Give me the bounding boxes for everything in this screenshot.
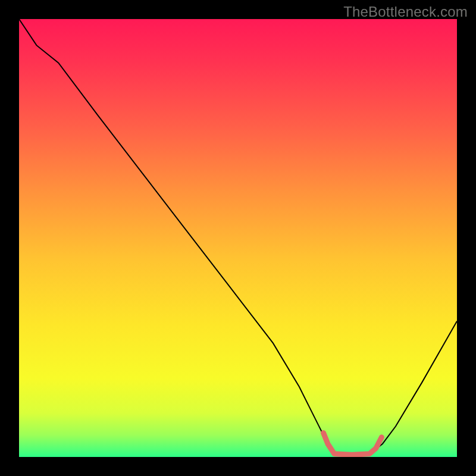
gradient-background xyxy=(19,19,457,457)
chart-plot xyxy=(19,19,457,457)
chart-frame xyxy=(19,19,457,457)
watermark-text: TheBottleneck.com xyxy=(343,4,468,20)
